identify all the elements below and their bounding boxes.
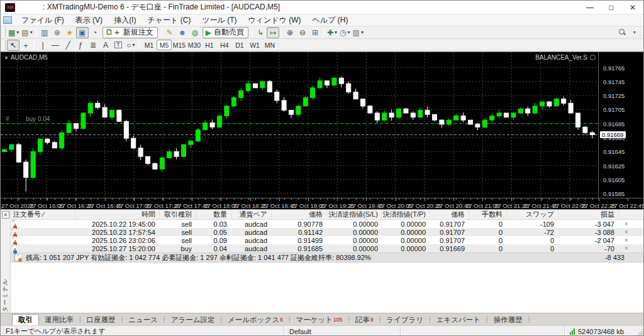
menu-item-3[interactable]: チャート (C) xyxy=(142,15,196,26)
close-position-icon[interactable]: × xyxy=(618,220,635,227)
cursor-button[interactable]: ↖ xyxy=(7,40,19,51)
periods-button[interactable]: ◷▾ xyxy=(338,27,352,38)
tab-3[interactable]: ニュース xyxy=(123,314,164,325)
search-button[interactable] xyxy=(616,27,628,38)
column-header[interactable]: 通貨ペア xyxy=(231,210,271,219)
time-axis-tick xyxy=(366,198,367,201)
tile-windows-button[interactable]: ⊞ xyxy=(309,27,321,38)
chart-shift-button[interactable]: ↦ xyxy=(267,27,279,38)
tab-7[interactable]: 記事9 xyxy=(350,314,379,325)
timeframe-button-h4[interactable]: H4 xyxy=(217,40,232,50)
crosshair-button[interactable]: ＋ xyxy=(19,40,32,51)
indicators-button[interactable]: ✚▾ xyxy=(326,27,338,38)
column-header[interactable]: 時間 xyxy=(75,210,159,219)
timeframe-button-m5[interactable]: M5 xyxy=(157,40,172,50)
navigator-button[interactable]: ★ xyxy=(64,27,76,38)
new-order-button[interactable]: 🗋＋新規注文 xyxy=(103,27,158,38)
timeframe-button-m30[interactable]: M30 xyxy=(187,40,202,50)
tab-5[interactable]: メールボックス6 xyxy=(222,314,289,325)
profiles-button[interactable]: ▤▾ xyxy=(20,27,33,38)
time-axis-minor-tick xyxy=(406,198,406,200)
column-header[interactable]: スワップ xyxy=(506,210,558,219)
shapes-button[interactable]: ○▾ xyxy=(125,40,137,51)
timeframe-button-m1[interactable]: M1 xyxy=(142,40,157,50)
templates-button[interactable]: ▨▾ xyxy=(352,27,365,38)
column-header[interactable]: 取引種別 xyxy=(159,210,196,219)
price-axis[interactable]: 0.917650.917450.917250.917050.916850.916… xyxy=(598,52,644,198)
terminal-toggle-button[interactable]: ▣ xyxy=(76,27,89,38)
tab-8[interactable]: ライブラリ xyxy=(380,314,429,325)
auto-trading-button[interactable]: ▶自動売買 xyxy=(203,27,248,38)
strategy-tester-button[interactable]: ◔ xyxy=(89,27,101,38)
tab-10[interactable]: 操作履歴 xyxy=(488,314,528,325)
toolbar-expand-button[interactable]: ▾ xyxy=(628,27,641,38)
column-header[interactable]: 損益 xyxy=(558,210,618,219)
chart-symbol-label[interactable]: ▼AUDCAD,M5 xyxy=(4,54,48,61)
timeframe-button-h1[interactable]: H1 xyxy=(202,40,217,50)
orders-header-row[interactable]: 注文番号 ∕時間取引種別数量通貨ペア価格決済逆指値(S/L)決済指値(T/P)価… xyxy=(11,210,644,220)
menu-item-4[interactable]: ツール (T) xyxy=(196,15,242,26)
order-row[interactable]: 2025.10.23 17:57:54sell0.05audcad0.91142… xyxy=(11,228,644,236)
fibonacci-button[interactable]: ƒ xyxy=(74,40,87,51)
timeframe-button-w1[interactable]: W1 xyxy=(247,40,262,50)
chart-window[interactable]: ▼AUDCAD,M5 BALANCEA_Ver.S # buy 0.04 0.9… xyxy=(1,51,644,211)
column-header[interactable]: 注文番号 ∕ xyxy=(11,210,75,219)
ea-status-icon[interactable] xyxy=(590,55,596,60)
order-commission: 0 xyxy=(469,237,506,244)
zoom-in-button[interactable]: ⊕ xyxy=(284,27,296,38)
order-row[interactable]: 2025.10.27 15:20:00buy0.04audcad0.916850… xyxy=(11,244,644,252)
tab-2[interactable]: 口座履歴 xyxy=(81,314,121,325)
toolbar-grip[interactable] xyxy=(3,28,6,37)
order-row[interactable]: 2025.10.22 19:45:00sell0.03audcad0.90778… xyxy=(11,220,644,228)
close-position-icon[interactable]: × xyxy=(618,229,635,236)
mql5-button[interactable]: ◍ xyxy=(189,27,201,38)
new-chart-button[interactable]: ▦▾ xyxy=(7,27,20,38)
terminal-vertical-label[interactable]: ターミナル xyxy=(1,268,9,312)
tab-1[interactable]: 運用比率 xyxy=(39,314,79,325)
column-header[interactable]: 価格 xyxy=(271,210,326,219)
channel-button[interactable]: ≣ xyxy=(87,40,99,51)
metaeditor-button[interactable]: ✎ xyxy=(164,27,176,38)
close-position-icon[interactable]: × xyxy=(618,237,635,244)
text-button[interactable]: A xyxy=(99,40,112,51)
tab-9[interactable]: エキスパート xyxy=(431,314,486,325)
data-window-button[interactable]: ⊕ xyxy=(51,27,64,38)
child-window-icon[interactable] xyxy=(3,16,12,24)
order-row[interactable]: 2025.10.26 23:02:06sell0.09audcad0.91499… xyxy=(11,236,644,244)
menu-item-5[interactable]: ウィンドウ (W) xyxy=(243,15,307,26)
time-axis-minor-tick xyxy=(456,198,457,200)
menu-item-2[interactable]: 挿入(I) xyxy=(108,15,142,26)
vertical-line-button[interactable]: | xyxy=(36,40,49,51)
menu-item-0[interactable]: ファイル (F) xyxy=(16,15,70,26)
timeframe-button-d1[interactable]: D1 xyxy=(232,40,247,50)
column-header[interactable]: 価格 xyxy=(430,210,469,219)
terminal-close-icon[interactable]: × xyxy=(2,211,9,219)
timeframe-button-mn[interactable]: MN xyxy=(262,40,277,50)
close-button[interactable]: ✕ xyxy=(622,1,643,14)
candlestick-chart[interactable] xyxy=(1,52,598,198)
community-button[interactable]: ☻ xyxy=(176,27,189,38)
toolbar-grip[interactable] xyxy=(3,41,6,50)
menu-item-1[interactable]: 表示 (V) xyxy=(70,15,108,26)
tab-trade[interactable]: 取引 xyxy=(12,314,39,325)
column-header[interactable]: 決済逆指値(S/L) xyxy=(326,210,382,219)
column-header[interactable]: 数量 xyxy=(196,210,231,219)
tab-6[interactable]: マーケット105 xyxy=(291,314,348,325)
tab-4[interactable]: アラーム設定 xyxy=(165,314,221,325)
resize-grip[interactable] xyxy=(636,328,644,336)
column-header[interactable]: 手数料 xyxy=(469,210,506,219)
status-connection[interactable]: 524073/468 kb xyxy=(564,326,644,336)
maximize-button[interactable]: □ xyxy=(601,1,622,14)
trendline-button[interactable]: ╱ xyxy=(62,40,74,51)
auto-scroll-button[interactable]: ↳ xyxy=(254,27,267,38)
status-profile[interactable]: Default xyxy=(284,326,400,336)
column-header[interactable]: 決済指値(T/P) xyxy=(382,210,430,219)
timeframe-button-m15[interactable]: M15 xyxy=(172,40,187,50)
market-watch-button[interactable]: ▥ xyxy=(38,27,51,38)
horizontal-line-button[interactable]: — xyxy=(49,40,62,51)
close-position-icon[interactable]: × xyxy=(618,245,635,252)
minimize-button[interactable]: — xyxy=(579,1,601,14)
menu-item-6[interactable]: ヘルプ (H) xyxy=(307,15,354,26)
zoom-out-button[interactable]: ⊖ xyxy=(296,27,309,38)
text-label-button[interactable]: T xyxy=(112,40,125,51)
